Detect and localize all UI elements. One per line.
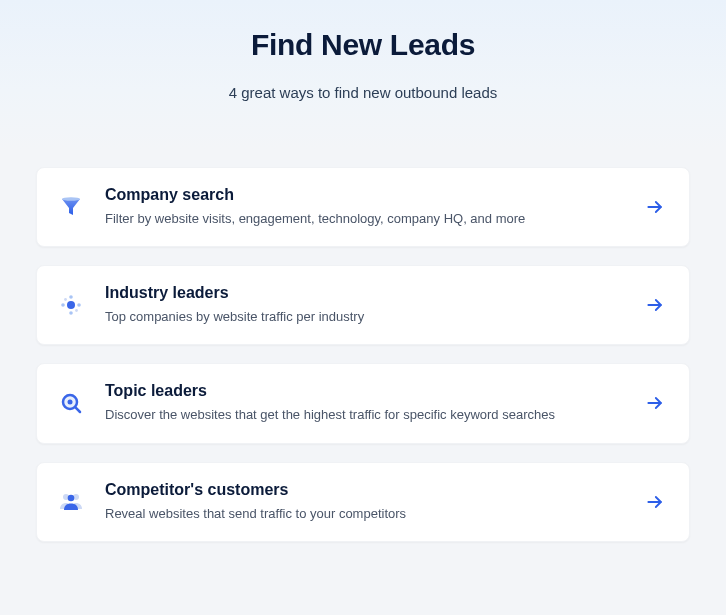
card-description: Discover the websites that get the highe… <box>105 406 625 424</box>
people-icon <box>55 486 87 518</box>
arrow-right-icon <box>643 391 667 415</box>
arrow-right-icon <box>643 293 667 317</box>
card-content: Topic leaders Discover the websites that… <box>105 382 625 424</box>
card-content: Industry leaders Top companies by websit… <box>105 284 625 326</box>
svg-point-4 <box>77 303 81 307</box>
card-topic-leaders[interactable]: Topic leaders Discover the websites that… <box>36 363 690 443</box>
svg-line-12 <box>75 408 80 413</box>
hub-icon <box>55 289 87 321</box>
funnel-icon <box>55 191 87 223</box>
magnify-icon <box>55 387 87 419</box>
svg-point-16 <box>68 494 75 501</box>
arrow-right-icon <box>643 195 667 219</box>
card-content: Company search Filter by website visits,… <box>105 186 625 228</box>
svg-point-11 <box>68 400 73 405</box>
header-section: Find New Leads 4 great ways to find new … <box>0 0 726 149</box>
card-industry-leaders[interactable]: Industry leaders Top companies by websit… <box>36 265 690 345</box>
card-description: Filter by website visits, engagement, te… <box>105 210 625 228</box>
card-title: Company search <box>105 186 625 204</box>
card-content: Competitor's customers Reveal websites t… <box>105 481 625 523</box>
card-title: Industry leaders <box>105 284 625 302</box>
page-title: Find New Leads <box>0 28 726 62</box>
svg-point-6 <box>69 311 73 315</box>
svg-point-3 <box>61 303 65 307</box>
card-description: Top companies by website traffic per ind… <box>105 308 625 326</box>
arrow-right-icon <box>643 490 667 514</box>
svg-point-7 <box>64 298 67 301</box>
cards-container: Company search Filter by website visits,… <box>0 149 726 560</box>
card-company-search[interactable]: Company search Filter by website visits,… <box>36 167 690 247</box>
card-description: Reveal websites that send traffic to you… <box>105 505 625 523</box>
svg-point-5 <box>69 295 73 299</box>
page-subtitle: 4 great ways to find new outbound leads <box>0 84 726 101</box>
svg-point-2 <box>67 301 75 309</box>
card-competitors-customers[interactable]: Competitor's customers Reveal websites t… <box>36 462 690 542</box>
card-title: Topic leaders <box>105 382 625 400</box>
svg-point-8 <box>75 309 78 312</box>
card-title: Competitor's customers <box>105 481 625 499</box>
svg-point-0 <box>62 197 80 201</box>
